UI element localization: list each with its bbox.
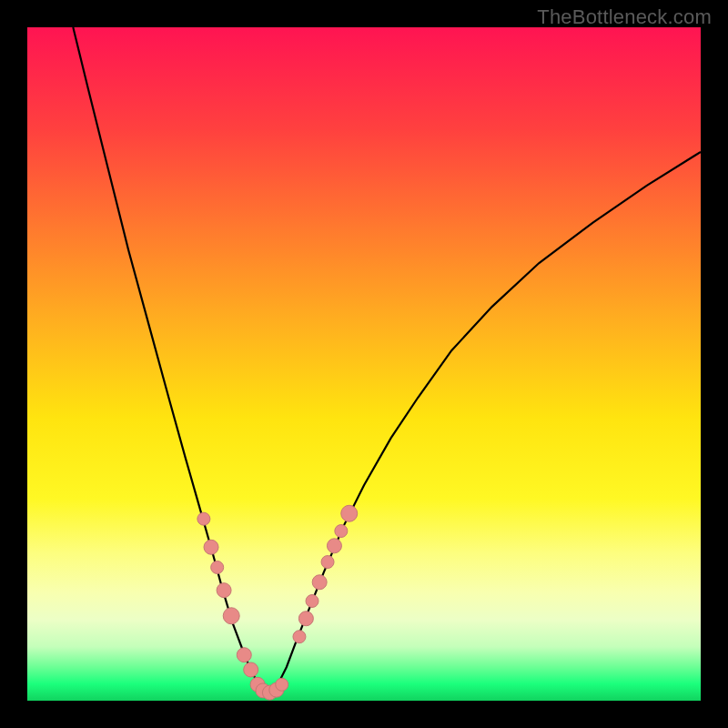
marker-left-6 bbox=[244, 662, 258, 677]
marker-right-4 bbox=[321, 556, 334, 569]
marker-right-3 bbox=[312, 575, 327, 590]
marker-left-5 bbox=[237, 648, 251, 662]
marker-right-5 bbox=[327, 539, 341, 553]
chart-frame: TheBottleneck.com bbox=[0, 0, 728, 728]
marker-left-4 bbox=[223, 608, 239, 624]
marker-left-0 bbox=[197, 512, 210, 525]
watermark-text: TheBottleneck.com bbox=[537, 5, 712, 29]
data-markers bbox=[197, 505, 358, 700]
marker-right-7 bbox=[341, 505, 358, 521]
marker-right-0 bbox=[293, 631, 306, 643]
marker-left-11 bbox=[276, 678, 288, 691]
curves-svg bbox=[27, 27, 701, 701]
left-curve bbox=[73, 27, 268, 696]
marker-right-2 bbox=[306, 594, 318, 607]
marker-right-1 bbox=[298, 612, 313, 626]
marker-left-3 bbox=[217, 583, 231, 598]
marker-right-6 bbox=[335, 525, 348, 538]
plot-area bbox=[27, 27, 701, 701]
marker-left-2 bbox=[211, 561, 224, 573]
marker-left-1 bbox=[204, 540, 218, 554]
right-curve bbox=[268, 152, 701, 696]
